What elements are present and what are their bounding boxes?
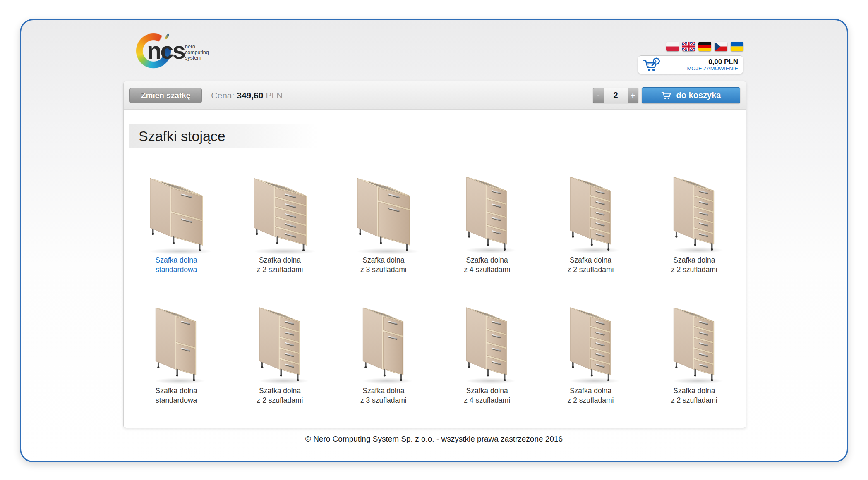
product-card[interactable]: Szafka dolnaz 3 szufladami (332, 294, 435, 425)
german-flag[interactable] (698, 42, 711, 51)
cart-amount: 0,00 PLN (662, 58, 738, 66)
shopping-cart-icon (661, 91, 672, 100)
cabinet-image[interactable] (452, 294, 522, 386)
product-name-line2: z 2 szufladami (568, 265, 614, 275)
cabinet-image[interactable] (141, 163, 211, 255)
product-name-line1: Szafka dolna (360, 256, 407, 265)
product-name-line1: Szafka dolna (671, 256, 717, 265)
product-name-line2: z 2 szufladami (671, 265, 717, 275)
product-name-line1: Szafka dolna (257, 256, 303, 265)
product-name-line2: z 4 szufladami (464, 396, 510, 405)
product-name-line2: z 2 szufladami (671, 396, 717, 405)
product-card[interactable]: Szafka dolnastandardowa (125, 163, 228, 294)
cart-summary[interactable]: 0,00 PLN MOJE ZAMÓWIENIE (638, 55, 743, 74)
czech-flag[interactable] (715, 42, 727, 51)
product-name-link[interactable]: Szafka dolnaz 4 szufladami (464, 386, 510, 405)
tagline-line: computing (185, 50, 209, 56)
product-name-line2: z 2 szufladami (257, 396, 303, 405)
product-card[interactable]: Szafka dolnaz 2 szufladami (643, 163, 746, 294)
cabinet-image[interactable] (245, 294, 315, 386)
product-card[interactable]: Szafka dolnaz 4 szufladami (435, 163, 539, 294)
polish-flag[interactable] (666, 42, 679, 51)
cabinet-image[interactable] (141, 294, 211, 386)
logo-text: ncs (147, 38, 185, 62)
quantity-stepper: - 2 + (593, 88, 638, 103)
product-card[interactable]: Szafka dolnaz 3 szufladami (332, 163, 435, 294)
cabinet-image[interactable] (556, 294, 626, 386)
add-to-cart-label: do koszyka (676, 91, 721, 100)
product-name-line2: z 2 szufladami (568, 396, 614, 405)
product-name-line2: z 3 szufladami (360, 265, 407, 275)
cabinet-image[interactable] (348, 294, 419, 386)
product-card[interactable]: Szafka dolnaz 2 szufladami (539, 294, 642, 425)
product-name-line2: standardowa (156, 265, 197, 275)
tagline-line: nero (185, 44, 209, 50)
product-card[interactable]: Szafka dolnaz 2 szufladami (228, 163, 331, 294)
app-frame: ncs nero computing system 0,00 PLN MOJE … (20, 19, 848, 462)
quantity-increase-button[interactable]: + (628, 88, 638, 103)
price-label: Cena: (211, 91, 234, 100)
product-name-link[interactable]: Szafka dolnaz 3 szufladami (360, 256, 407, 275)
footer-copyright: © Nero Computing System Sp. z o.o. - wsz… (21, 435, 847, 444)
quantity-value[interactable]: 2 (604, 88, 628, 103)
product-name-link[interactable]: Szafka dolnaz 2 szufladami (257, 256, 303, 275)
price-display: Cena: 349,60 PLN (211, 91, 283, 100)
product-card[interactable]: Szafka dolnaz 2 szufladami (643, 294, 746, 425)
logo-tagline: nero computing system (185, 44, 209, 61)
product-grid: Szafka dolnastandardowaSzafka dolnaz 2 s… (125, 163, 746, 425)
product-card[interactable]: Szafka dolnaz 2 szufladami (539, 163, 642, 294)
cabinet-image[interactable] (659, 163, 729, 255)
change-cabinet-button[interactable]: Zmień szafkę (129, 88, 202, 103)
product-name-line1: Szafka dolna (568, 256, 614, 265)
product-name-link[interactable]: Szafka dolnaz 2 szufladami (568, 386, 614, 405)
product-name-link[interactable]: Szafka dolnaz 2 szufladami (568, 256, 614, 275)
add-to-cart-button[interactable]: do koszyka (642, 87, 740, 103)
product-card[interactable]: Szafka dolnaz 4 szufladami (435, 294, 539, 425)
product-name-line1: Szafka dolna (257, 386, 303, 396)
main-panel: Zmień szafkę Cena: 349,60 PLN - 2 + do k… (123, 81, 746, 428)
cabinet-image[interactable] (348, 163, 419, 255)
english-flag[interactable] (682, 42, 695, 51)
language-switcher (666, 42, 743, 51)
cabinet-image[interactable] (245, 163, 315, 255)
cart-with-magnifier-icon (642, 57, 662, 73)
product-name-line1: Szafka dolna (568, 386, 614, 396)
price-value: 349,60 (237, 91, 263, 100)
product-name-line1: Szafka dolna (671, 386, 717, 396)
product-name-link[interactable]: Szafka dolnaz 2 szufladami (671, 386, 717, 405)
tagline-line: system (185, 55, 209, 61)
product-name-link[interactable]: Szafka dolnastandardowa (156, 256, 197, 275)
product-name-line1: Szafka dolna (360, 386, 407, 396)
cabinet-image[interactable] (659, 294, 729, 386)
product-name-link[interactable]: Szafka dolnastandardowa (156, 386, 197, 405)
cabinet-image[interactable] (452, 163, 522, 255)
product-name-link[interactable]: Szafka dolnaz 3 szufladami (360, 386, 407, 405)
product-name-line1: Szafka dolna (464, 256, 510, 265)
product-name-line1: Szafka dolna (156, 386, 197, 396)
quantity-decrease-button[interactable]: - (593, 88, 604, 103)
product-name-link[interactable]: Szafka dolnaz 2 szufladami (671, 256, 717, 275)
product-name-link[interactable]: Szafka dolnaz 2 szufladami (257, 386, 303, 405)
toolbar: Zmień szafkę Cena: 349,60 PLN - 2 + do k… (124, 81, 746, 110)
product-name-line1: Szafka dolna (464, 386, 510, 396)
product-name-link[interactable]: Szafka dolnaz 4 szufladami (464, 256, 510, 275)
ukrainian-flag[interactable] (731, 42, 743, 51)
product-name-line2: z 3 szufladami (360, 396, 407, 405)
product-name-line2: standardowa (156, 396, 197, 405)
product-name-line2: z 2 szufladami (257, 265, 303, 275)
cart-order-link[interactable]: MOJE ZAMÓWIENIE (662, 66, 738, 72)
cabinet-image[interactable] (556, 163, 626, 255)
section-title: Szafki stojące (129, 124, 318, 148)
product-card[interactable]: Szafka dolnastandardowa (125, 294, 228, 425)
product-name-line1: Szafka dolna (156, 256, 197, 265)
price-currency: PLN (266, 91, 283, 100)
product-card[interactable]: Szafka dolnaz 2 szufladami (228, 294, 331, 425)
brand-logo[interactable]: ncs nero computing system (134, 29, 234, 76)
product-name-line2: z 4 szufladami (464, 265, 510, 275)
